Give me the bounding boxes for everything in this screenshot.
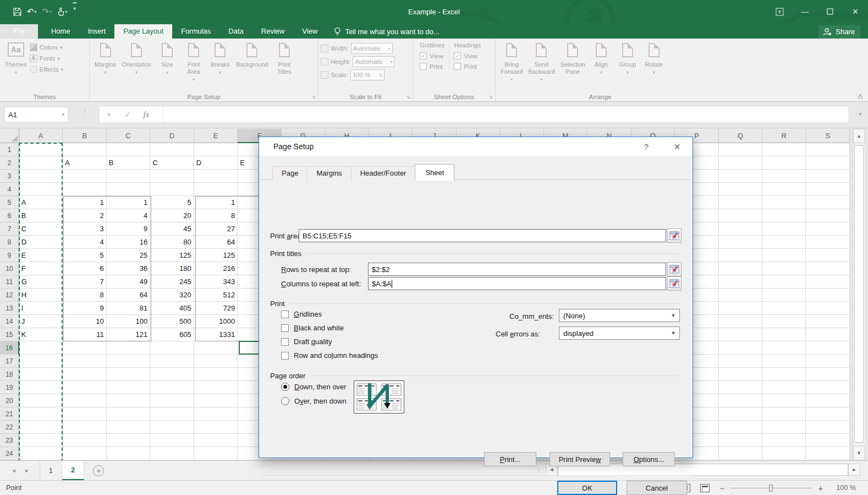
grid-cell-c16[interactable]	[107, 341, 150, 355]
colors-button[interactable]: Colors▾	[30, 43, 63, 51]
grid-cell-q13[interactable]	[719, 302, 762, 315]
grid-cell-q2[interactable]	[719, 156, 762, 170]
grid-cell-r8[interactable]	[762, 236, 806, 249]
row-header-19[interactable]: 19	[0, 381, 19, 394]
row-header-3[interactable]: 3	[0, 170, 19, 183]
grid-cell-r22[interactable]	[762, 421, 806, 434]
send-backward-button[interactable]: SendBackward▾	[525, 41, 557, 85]
grid-cell-e22[interactable]	[194, 421, 238, 434]
row-header-9[interactable]: 9	[0, 249, 19, 262]
ribbon-display-options-icon[interactable]	[767, 0, 792, 23]
vertical-scroll-thumb[interactable]	[854, 145, 864, 443]
row-header-11[interactable]: 11	[0, 275, 19, 289]
grid-cell-q20[interactable]	[719, 394, 762, 407]
checkbox-black-and-white[interactable]: Black and white	[281, 324, 344, 332]
effects-button[interactable]: Effects▾	[30, 66, 63, 73]
minimize-icon[interactable]: —	[792, 0, 817, 23]
page-break-preview-icon[interactable]	[700, 484, 710, 492]
redo-icon[interactable]: ↷▾	[40, 4, 54, 19]
column-header-b[interactable]: B	[63, 129, 106, 143]
row-header-1[interactable]: 1	[0, 143, 19, 156]
row-header-16[interactable]: 16	[0, 341, 19, 355]
share-button[interactable]: Share	[818, 25, 860, 39]
sheet-options-dialog-launcher-icon[interactable]: ↘	[488, 94, 493, 100]
grid-cell-r5[interactable]	[762, 196, 806, 209]
grid-cell-c23[interactable]	[107, 434, 150, 447]
touch-mode-icon[interactable]: ▾	[55, 4, 69, 19]
grid-cell-b14[interactable]: 10	[63, 315, 106, 328]
grid-cell-q17[interactable]	[719, 355, 762, 368]
column-header-a[interactable]: A	[19, 129, 63, 143]
grid-cell-d7[interactable]: 45	[150, 222, 194, 236]
name-box-dropdown-icon[interactable]: ▾	[62, 112, 64, 117]
grid-cell-r7[interactable]	[762, 222, 806, 236]
row-header-18[interactable]: 18	[0, 368, 19, 381]
grid-cell-d13[interactable]: 405	[150, 302, 194, 315]
grid-cell-e20[interactable]	[194, 394, 238, 407]
sheet-nav-back-icon[interactable]: ◄	[11, 467, 17, 474]
grid-cell-s12[interactable]	[806, 289, 849, 302]
collapse-dialog-icon[interactable]	[667, 276, 682, 291]
scroll-down-icon[interactable]: ▼	[853, 446, 865, 460]
grid-cell-b13[interactable]: 9	[63, 302, 106, 315]
grid-cell-d8[interactable]: 80	[150, 236, 194, 249]
grid-cell-s16[interactable]	[806, 341, 849, 355]
grid-cell-c4[interactable]	[107, 183, 150, 196]
grid-cell-e10[interactable]: 216	[194, 262, 238, 275]
print-titles-button[interactable]: PrintTitles	[271, 41, 298, 85]
row-header-15[interactable]: 15	[0, 328, 19, 341]
checkbox-draft-quality[interactable]: Draft quality	[281, 338, 332, 346]
grid-cell-q3[interactable]	[719, 170, 762, 183]
page-setup-dialog-launcher-icon[interactable]: ↘	[311, 94, 316, 100]
grid-cell-a13[interactable]: I	[19, 302, 63, 315]
align-button[interactable]: Align▾	[588, 41, 614, 85]
grid-cell-a9[interactable]: E	[19, 249, 63, 262]
cancel-button[interactable]: Cancel	[627, 481, 687, 495]
grid-cell-b21[interactable]	[63, 407, 106, 421]
grid-cell-a6[interactable]: B	[19, 209, 63, 222]
gridlines-view-checkbox[interactable]: ✓View	[420, 52, 443, 59]
collapse-ribbon-icon[interactable]: ⋀	[858, 93, 862, 99]
grid-cell-s5[interactable]	[806, 196, 849, 209]
row-header-6[interactable]: 6	[0, 209, 19, 222]
grid-cell-r2[interactable]	[762, 156, 806, 170]
grid-cell-c5[interactable]: 1	[107, 196, 150, 209]
grid-cell-c24[interactable]	[107, 447, 150, 460]
column-header-s[interactable]: S	[806, 129, 850, 143]
themes-button[interactable]: Aa Themes▾	[2, 41, 30, 78]
grid-cell-d20[interactable]	[150, 394, 194, 407]
grid-cell-e9[interactable]: 125	[194, 249, 238, 262]
grid-cell-b15[interactable]: 11	[63, 328, 106, 341]
grid-cell-q14[interactable]	[719, 315, 762, 328]
expand-formula-bar-icon[interactable]: ▾	[859, 111, 861, 117]
grid-cell-c12[interactable]: 64	[107, 289, 150, 302]
grid-cell-a17[interactable]	[19, 355, 63, 368]
grid-cell-c9[interactable]: 25	[107, 249, 150, 262]
confirm-entry-icon[interactable]: ✓	[118, 110, 137, 119]
grid-cell-a22[interactable]	[19, 421, 63, 434]
ribbon-tab-data[interactable]: Data	[219, 24, 252, 39]
print-area-button[interactable]: PrintArea▾	[180, 41, 207, 85]
grid-cell-d23[interactable]	[150, 434, 194, 447]
sheet-nav-forward-icon[interactable]: ►	[24, 467, 30, 474]
grid-cell-b17[interactable]	[63, 355, 106, 368]
grid-cell-s9[interactable]	[806, 249, 849, 262]
grid-cell-s20[interactable]	[806, 394, 849, 407]
grid-cell-e6[interactable]: 8	[194, 209, 238, 222]
grid-cell-e2[interactable]: D	[194, 156, 238, 170]
grid-cell-b22[interactable]	[63, 421, 106, 434]
grid-cell-e7[interactable]: 27	[194, 222, 238, 236]
grid-cell-s17[interactable]	[806, 355, 849, 368]
rotate-button[interactable]: Rotate▾	[641, 41, 667, 85]
column-header-q[interactable]: Q	[719, 129, 762, 143]
grid-cell-c3[interactable]	[107, 170, 150, 183]
grid-cell-d6[interactable]: 20	[150, 209, 194, 222]
scroll-right-icon[interactable]: ►	[848, 464, 860, 476]
group-button[interactable]: Group▾	[614, 41, 641, 85]
grid-cell-q15[interactable]	[719, 328, 762, 341]
grid-cell-q19[interactable]	[719, 381, 762, 394]
name-box[interactable]: A1▾	[4, 107, 68, 122]
grid-cell-a15[interactable]: K	[19, 328, 63, 341]
grid-cell-c6[interactable]: 4	[107, 209, 150, 222]
grid-cell-a1[interactable]	[19, 143, 63, 156]
